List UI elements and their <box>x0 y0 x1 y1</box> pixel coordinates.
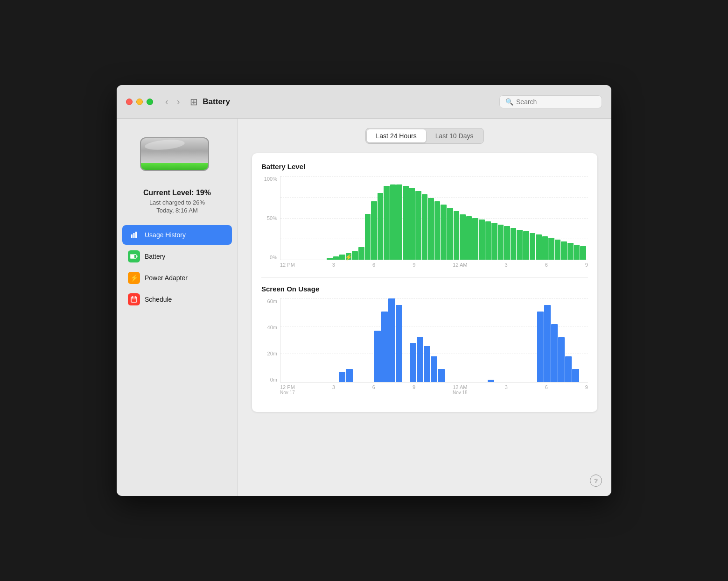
y-label-0: 0% <box>270 255 277 260</box>
battery-bar <box>555 240 561 260</box>
content-area: Current Level: 19% Last charged to 26% T… <box>117 119 611 496</box>
grid-view-button[interactable]: ⊞ <box>190 96 198 107</box>
screen-bar <box>551 324 558 382</box>
battery-illustration <box>140 137 215 175</box>
screen-bar <box>417 337 423 382</box>
screen-bar <box>396 305 402 382</box>
battery-bar <box>491 223 497 260</box>
x-label-3c: 3 <box>332 384 335 395</box>
schedule-icon <box>128 293 140 305</box>
svg-rect-0 <box>131 234 133 238</box>
screen-bar <box>388 298 395 382</box>
svg-rect-5 <box>131 255 134 258</box>
battery-bar <box>390 184 396 260</box>
battery-bar <box>441 205 447 260</box>
x-group-12am-nov18: 12 AM Nov 18 <box>453 384 468 395</box>
battery-tip <box>208 148 209 161</box>
charge-time-text: Today, 8:16 AM <box>156 207 198 214</box>
sidebar-item-usage-history[interactable]: Usage History <box>122 225 232 245</box>
battery-bar <box>530 233 536 260</box>
tab-24h[interactable]: Last 24 Hours <box>367 129 426 142</box>
x-main-12am: 12 AM <box>453 384 467 390</box>
tab-10d[interactable]: Last 10 Days <box>426 129 483 142</box>
x-label-3: 3 <box>332 262 335 268</box>
chart-divider <box>261 277 588 277</box>
battery-bar <box>358 247 364 260</box>
screen-bar <box>374 331 381 382</box>
battery-bar <box>352 251 358 260</box>
y-label-40m: 40m <box>267 325 277 330</box>
x-label-6: 6 <box>372 262 375 268</box>
sidebar-item-schedule-label: Schedule <box>145 296 172 303</box>
battery-bar <box>428 198 434 260</box>
screen-bar <box>431 356 437 382</box>
sidebar-item-power-adapter[interactable]: ⚡ Power Adapter <box>122 268 232 288</box>
x-label-3d: 3 <box>505 384 508 395</box>
battery-bars <box>280 176 588 260</box>
y-label-60m: 60m <box>267 298 277 304</box>
fullscreen-button[interactable] <box>147 99 153 105</box>
screen-y-axis: 60m 40m 20m 0m <box>261 298 280 383</box>
x-label-6b: 6 <box>545 262 548 268</box>
battery-bar <box>536 234 542 260</box>
x-label-3b: 3 <box>505 262 508 268</box>
battery-bar <box>574 245 580 260</box>
screen-bar <box>410 343 416 382</box>
screen-bar <box>488 380 494 383</box>
close-button[interactable] <box>126 99 133 105</box>
battery-bar <box>523 231 529 260</box>
usage-history-icon <box>128 229 140 241</box>
y-label-0m: 0m <box>270 377 277 383</box>
minimize-button[interactable] <box>136 99 143 105</box>
forward-button[interactable]: › <box>174 95 183 108</box>
x-label-12am: 12 AM <box>453 262 467 268</box>
power-adapter-icon: ⚡ <box>128 272 140 284</box>
battery-bar <box>460 214 466 260</box>
main-panel: Last 24 Hours Last 10 Days Battery Level… <box>238 119 611 496</box>
battery-fill <box>141 163 208 170</box>
sidebar-nav: Usage History Battery ⚡ Power Adapter <box>122 225 232 311</box>
battery-bar <box>472 218 478 260</box>
screen-bar <box>544 305 551 382</box>
screen-bar <box>381 312 388 382</box>
search-box[interactable]: 🔍 <box>499 95 602 108</box>
battery-bar <box>479 220 485 260</box>
search-icon: 🔍 <box>505 98 513 106</box>
screen-bar <box>558 337 565 382</box>
y-label-20m: 20m <box>267 351 277 356</box>
sidebar-item-battery[interactable]: Battery <box>122 247 232 266</box>
battery-bar <box>561 241 567 260</box>
svg-rect-2 <box>135 232 137 238</box>
sidebar-item-power-adapter-label: Power Adapter <box>145 274 188 282</box>
y-label-50: 50% <box>267 215 277 221</box>
x-group-12pm-nov17: 12 PM Nov 17 <box>280 384 295 395</box>
sidebar-item-schedule[interactable]: Schedule <box>122 290 232 309</box>
screen-x-axis: 12 PM Nov 17 3 6 9 12 AM Nov 18 3 6 9 <box>261 384 588 395</box>
battery-bar <box>378 193 384 260</box>
x-sub-nov17: Nov 17 <box>280 390 295 395</box>
battery-bar <box>511 228 517 260</box>
search-input[interactable] <box>516 98 596 106</box>
svg-rect-1 <box>133 233 135 238</box>
screen-bar <box>572 369 579 382</box>
screen-bar <box>424 346 430 382</box>
help-button[interactable]: ? <box>590 475 602 487</box>
x-label-12pm: 12 PM <box>280 262 295 268</box>
x-label-9: 9 <box>413 262 415 268</box>
battery-bar <box>466 216 472 260</box>
battery-bar <box>403 186 409 260</box>
charts-container: Battery Level 100% 50% 0% <box>252 153 597 412</box>
battery-bar <box>542 236 548 260</box>
battery-level-chart-area: 100% 50% 0% <box>261 176 588 260</box>
battery-level-text: Current Level: 19% <box>143 189 211 197</box>
battery-bar <box>567 243 574 260</box>
tab-group: Last 24 Hours Last 10 Days <box>365 128 484 144</box>
battery-bar <box>422 194 428 260</box>
battery-bar <box>498 225 504 260</box>
screen-bar <box>537 312 544 382</box>
screen-bar <box>346 369 352 382</box>
back-button[interactable]: ‹ <box>162 95 171 108</box>
screen-bar <box>339 372 345 382</box>
screen-bar <box>565 356 572 382</box>
battery-bar <box>384 186 390 260</box>
